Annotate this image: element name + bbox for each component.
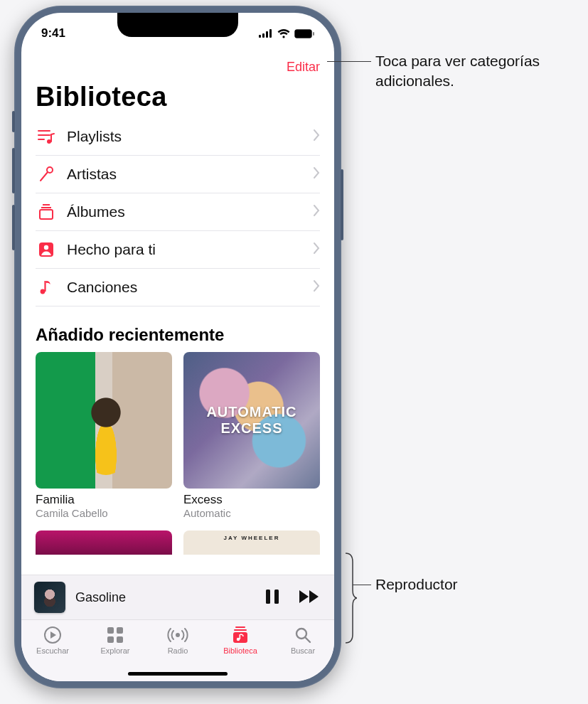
chevron-right-icon — [314, 167, 320, 181]
svg-point-27 — [176, 633, 180, 637]
svg-point-33 — [296, 629, 306, 639]
album-title: Familia — [36, 493, 172, 507]
volume-down-button — [12, 205, 15, 250]
tab-bar: Escuchar Explorar Radio Biblioteca Busca… — [21, 620, 334, 681]
library-item-made-for-you[interactable]: Hecho para ti — [36, 231, 320, 269]
library-icon — [231, 626, 250, 644]
pause-button[interactable] — [264, 588, 280, 607]
album-stack-icon — [36, 203, 57, 220]
svg-rect-21 — [274, 590, 279, 604]
tab-explore[interactable]: Explorar — [90, 626, 141, 655]
album-title: Excess — [183, 493, 320, 507]
svg-point-17 — [44, 245, 48, 250]
notch — [117, 13, 238, 37]
music-note-icon — [36, 279, 57, 296]
tab-listen[interactable]: Escuchar — [27, 626, 78, 655]
chevron-right-icon — [314, 205, 320, 219]
tab-library[interactable]: Biblioteca — [215, 626, 266, 655]
next-row-peek: JAY WHEELER — [36, 530, 320, 555]
tab-label: Radio — [168, 646, 188, 655]
iphone-device-frame: 9:41 Editar Biblioteca — [14, 6, 341, 688]
tab-label: Explorar — [101, 646, 130, 655]
svg-rect-26 — [117, 636, 123, 643]
page-title: Biblioteca — [36, 82, 320, 112]
home-indicator[interactable] — [128, 672, 228, 676]
chevron-right-icon — [314, 129, 320, 144]
callout-text: Reproductor — [375, 576, 458, 592]
svg-rect-23 — [107, 627, 114, 634]
chevron-right-icon — [314, 280, 320, 294]
forward-icon — [299, 589, 321, 604]
callout-text: Toca para ver categorías adicionales. — [375, 53, 540, 89]
svg-point-18 — [41, 289, 46, 294]
album-artist: Automatic — [183, 507, 320, 519]
album-card[interactable]: Familia Camila Cabello — [36, 352, 172, 519]
playlist-icon — [36, 129, 57, 144]
wifi-icon — [277, 29, 290, 38]
library-item-artists[interactable]: Artistas — [36, 156, 320, 193]
library-item-albums[interactable]: Álbumes — [36, 193, 320, 231]
library-item-playlists[interactable]: Playlists — [36, 118, 320, 156]
library-item-label: Canciones — [67, 279, 304, 296]
chevron-right-icon — [314, 242, 320, 257]
tab-label: Escuchar — [36, 646, 69, 655]
svg-rect-24 — [117, 627, 123, 634]
grid-icon — [107, 626, 124, 644]
album-artwork-peek[interactable] — [36, 530, 172, 555]
album-card[interactable]: AUTOMATIC EXCESS Excess Automatic — [183, 352, 320, 519]
radio-icon — [167, 626, 188, 644]
svg-rect-19 — [44, 281, 46, 292]
power-button — [341, 169, 343, 240]
cellular-signal-icon — [259, 29, 273, 38]
album-art-text: JAY WHEELER — [224, 535, 280, 541]
volume-up-button — [12, 148, 15, 193]
svg-rect-3 — [269, 29, 272, 38]
album-artwork — [36, 352, 172, 489]
svg-rect-25 — [107, 636, 114, 643]
library-category-list: Playlists Artistas Álbum — [36, 118, 320, 306]
person-square-icon — [36, 241, 57, 258]
svg-rect-5 — [296, 31, 311, 37]
album-art-text: AUTOMATIC EXCESS — [206, 404, 296, 437]
now-playing-artwork — [34, 582, 65, 613]
pause-icon — [264, 588, 280, 605]
library-item-label: Artistas — [67, 166, 304, 183]
svg-line-12 — [41, 172, 48, 181]
mini-player[interactable]: Gasoline — [21, 575, 334, 620]
tab-label: Biblioteca — [223, 646, 257, 655]
status-time: 9:41 — [41, 26, 65, 41]
album-artwork-peek[interactable]: JAY WHEELER — [183, 530, 320, 555]
mute-switch — [12, 111, 15, 132]
tab-radio[interactable]: Radio — [152, 626, 203, 655]
svg-rect-2 — [266, 31, 268, 38]
tab-search[interactable]: Buscar — [277, 626, 328, 655]
svg-rect-6 — [313, 32, 314, 36]
play-circle-icon — [43, 626, 62, 644]
callout-brace — [344, 552, 357, 644]
edit-button[interactable]: Editar — [287, 60, 320, 75]
library-item-label: Álbumes — [67, 203, 304, 220]
library-item-label: Playlists — [67, 128, 304, 145]
microphone-icon — [36, 166, 57, 183]
svg-rect-0 — [259, 35, 261, 38]
recently-added-grid: Familia Camila Cabello AUTOMATIC EXCESS … — [36, 352, 320, 519]
svg-rect-1 — [262, 33, 264, 38]
album-artist: Camila Cabello — [36, 507, 172, 519]
callout-player: Reproductor — [375, 575, 560, 594]
album-artwork: AUTOMATIC EXCESS — [183, 352, 320, 489]
svg-rect-32 — [240, 634, 241, 639]
now-playing-title: Gasoline — [75, 590, 255, 605]
svg-rect-20 — [266, 590, 270, 604]
library-item-label: Hecho para ti — [67, 241, 304, 258]
library-item-songs[interactable]: Canciones — [36, 269, 320, 306]
callout-leader-line — [353, 585, 371, 585]
search-icon — [294, 626, 311, 644]
svg-rect-15 — [40, 210, 53, 219]
screen: 9:41 Editar Biblioteca — [21, 13, 334, 681]
callout-leader-line — [327, 61, 371, 62]
next-track-button[interactable] — [299, 589, 321, 607]
callout-edit: Toca para ver categorías adicionales. — [375, 51, 574, 92]
recently-added-title: Añadido recientemente — [36, 325, 320, 345]
svg-line-34 — [306, 638, 310, 642]
tab-label: Buscar — [291, 646, 315, 655]
